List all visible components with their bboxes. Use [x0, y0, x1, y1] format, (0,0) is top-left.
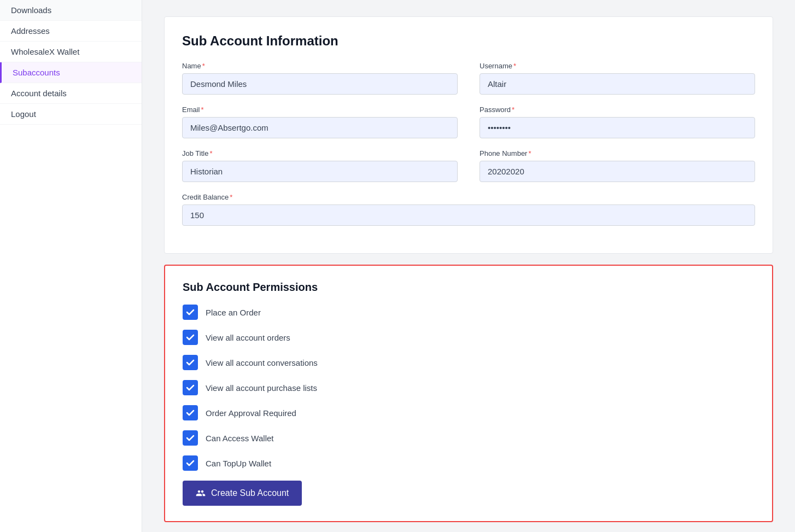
sidebar-item-logout[interactable]: Logout — [0, 104, 142, 125]
permissions-section: Sub Account Permissions Place an Order V… — [164, 265, 773, 522]
password-input[interactable] — [480, 117, 755, 138]
sidebar: Downloads Addresses WholesaleX Wallet Su… — [0, 0, 142, 532]
checkbox-view-orders[interactable] — [183, 330, 198, 345]
job-title-group: Job Title* — [182, 149, 458, 182]
job-title-input[interactable] — [182, 161, 458, 182]
permission-view-conversations: View all account conversations — [183, 355, 755, 370]
credit-input[interactable] — [182, 204, 755, 226]
phone-input[interactable] — [480, 161, 755, 182]
email-group: Email* — [182, 106, 458, 138]
permission-view-orders: View all account orders — [183, 330, 755, 345]
permission-view-purchase-lists: View all account purchase lists — [183, 380, 755, 395]
permission-access-wallet: Can Access Wallet — [183, 430, 755, 446]
section-title: Sub Account Information — [182, 33, 755, 49]
sidebar-item-account-details[interactable]: Account details — [0, 83, 142, 104]
credit-label: Credit Balance* — [182, 193, 755, 201]
username-input[interactable] — [480, 73, 755, 95]
checkbox-view-conversations[interactable] — [183, 355, 198, 370]
name-label: Name* — [182, 62, 458, 70]
sub-account-info-section: Sub Account Information Name* Username* … — [164, 16, 773, 254]
permission-order-approval: Order Approval Required — [183, 405, 755, 420]
sidebar-item-addresses[interactable]: Addresses — [0, 21, 142, 42]
name-group: Name* — [182, 62, 458, 95]
credit-group: Credit Balance* — [182, 193, 755, 226]
permission-label-view-orders: View all account orders — [206, 333, 290, 342]
create-sub-account-button[interactable]: Create Sub Account — [183, 481, 302, 506]
name-input[interactable] — [182, 73, 458, 95]
permission-topup-wallet: Can TopUp Wallet — [183, 455, 755, 471]
main-content: Sub Account Information Name* Username* … — [142, 0, 795, 532]
job-title-label: Job Title* — [182, 149, 458, 157]
email-input[interactable] — [182, 117, 458, 138]
user-plus-icon — [196, 488, 206, 498]
checkbox-view-purchase-lists[interactable] — [183, 380, 198, 395]
checkbox-topup-wallet[interactable] — [183, 455, 198, 471]
password-group: Password* — [480, 106, 755, 138]
sidebar-item-wholesalex-wallet[interactable]: WholesaleX Wallet — [0, 42, 142, 62]
permission-label-view-purchase-lists: View all account purchase lists — [206, 383, 317, 393]
permissions-title: Sub Account Permissions — [183, 281, 755, 294]
permission-place-order: Place an Order — [183, 305, 755, 320]
permission-label-access-wallet: Can Access Wallet — [206, 434, 274, 443]
checkbox-order-approval[interactable] — [183, 405, 198, 420]
permission-label-view-conversations: View all account conversations — [206, 358, 318, 367]
checkbox-place-order[interactable] — [183, 305, 198, 320]
sidebar-item-subaccounts[interactable]: Subaccounts — [0, 62, 142, 83]
sidebar-item-downloads[interactable]: Downloads — [0, 0, 142, 21]
username-label: Username* — [480, 62, 755, 70]
phone-group: Phone Number* — [480, 149, 755, 182]
permission-label-order-approval: Order Approval Required — [206, 408, 296, 418]
password-label: Password* — [480, 106, 755, 114]
username-group: Username* — [480, 62, 755, 95]
permission-label-place-order: Place an Order — [206, 308, 261, 317]
permission-label-topup-wallet: Can TopUp Wallet — [206, 459, 271, 468]
create-button-label: Create Sub Account — [211, 488, 289, 498]
phone-label: Phone Number* — [480, 149, 755, 157]
email-label: Email* — [182, 106, 458, 114]
checkbox-access-wallet[interactable] — [183, 430, 198, 446]
form-grid: Name* Username* Email* — [182, 62, 755, 226]
